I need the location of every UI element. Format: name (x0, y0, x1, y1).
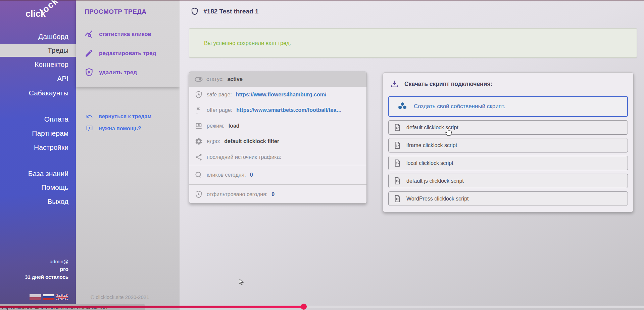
local-script-label: local clicklock script (406, 160, 453, 166)
delete-thread-button[interactable]: удалить тред (85, 68, 137, 77)
clicks-today-value: 0 (250, 172, 253, 178)
success-alert-text: Вы успешно сохранили ваш тред. (204, 40, 291, 46)
sidebar-item-threads[interactable]: Треды (0, 44, 76, 57)
delete-thread-label: удалить тред (99, 69, 137, 76)
thread-status-card: статус: active safe page: https://www.fl… (189, 72, 367, 204)
edit-thread-label: редактировать тред (99, 50, 156, 57)
back-to-threads-label: вернуться к тредам (99, 114, 151, 120)
pencil-icon (85, 49, 94, 58)
sidebar-item-settings[interactable]: Настройки (0, 141, 76, 154)
iframe-script-button[interactable]: iframe clicklock script (388, 138, 628, 152)
flag-russia-icon[interactable] (43, 294, 54, 300)
video-progress-bar-remaining[interactable] (304, 306, 644, 308)
download-card-header: Скачать скрипт подключения: (390, 80, 492, 88)
sidebar-item-partners[interactable]: Партнерам (0, 127, 76, 140)
local-script-button[interactable]: local clicklock script (388, 156, 628, 170)
sidebar-item-api[interactable]: API (0, 72, 76, 85)
download-card-title: Скачать скрипт подключения: (404, 81, 492, 88)
default-js-script-label: default js clicklock script (406, 178, 464, 184)
core-label: ядро: (207, 138, 220, 144)
video-progress-handle[interactable] (301, 304, 307, 310)
mode-value: load (229, 123, 240, 129)
code-file-icon (393, 124, 401, 131)
wordpress-script-label: WordPress clicklock script (406, 196, 469, 202)
clicks-today-label: кликов сегодня: (207, 172, 246, 178)
sidebar-item-knowledge-base[interactable]: База знаний (0, 167, 76, 180)
clicks-today-row: кликов сегодня: 0 (189, 165, 366, 184)
language-switcher (30, 294, 68, 300)
page-header: #182 Test thread 1 (191, 7, 258, 16)
status-value: active (227, 76, 242, 82)
offer-page-label: offer page: (207, 107, 232, 113)
offer-page-row: offer page: https://www.smartbets.com/fo… (189, 102, 366, 118)
download-icon (390, 80, 399, 88)
sidebar-item-payment[interactable]: Оплата (0, 113, 76, 126)
click-icon (195, 171, 203, 179)
last-traffic-source-row: последний источник трафика: (189, 149, 366, 165)
flag-poland-icon[interactable] (30, 294, 41, 300)
offer-page-link[interactable]: https://www.smartbets.com/football/tea… (236, 107, 342, 113)
sidebar-item-dashboard[interactable]: Дашборд (0, 30, 76, 43)
filtered-today-value: 0 (271, 191, 275, 197)
code-file-icon (393, 195, 401, 203)
undo-icon (86, 113, 93, 120)
default-js-script-button[interactable]: default js clicklock script (388, 174, 628, 188)
last-traffic-source-label: последний источник трафика: (207, 154, 281, 160)
safe-page-label: safe page: (207, 92, 232, 98)
top-edge-shade (0, 0, 644, 1)
default-script-button[interactable]: default clicklock script (388, 120, 628, 135)
thread-submenu-panel: ПРОСМОТР ТРЕДА статистика кликов редакти… (76, 0, 180, 310)
account-info: admin@ pro 31 дней осталось (25, 259, 68, 280)
download-script-card: Скачать скрипт подключения: Создать свой… (383, 72, 634, 212)
laptop-arrow-icon (195, 122, 203, 130)
filtered-today-label: отфильтровано сегодня: (207, 191, 267, 197)
shield-icon (191, 7, 199, 16)
core-row: ядро: default clicklock filter (189, 134, 366, 149)
account-days-left: 31 дней осталось (25, 274, 68, 280)
mode-label: режим: (207, 123, 225, 129)
sidebar-item-connector[interactable]: Коннектор (0, 58, 76, 71)
need-help-label: нужна помощь? (99, 126, 141, 132)
wordpress-script-button[interactable]: WordPress clicklock script (388, 191, 628, 206)
video-progress-bar-filled[interactable] (0, 306, 304, 308)
sidebar: clicklock Дашборд Треды Коннектор API Са… (0, 0, 76, 310)
status-label: статус: (206, 76, 224, 82)
safe-page-row: safe page: https://www.flowers4hamburg.c… (189, 87, 366, 102)
success-alert: Вы успешно сохранили ваш тред. (189, 28, 637, 58)
account-plan: pro (25, 266, 68, 272)
toggle-icon (195, 75, 203, 83)
badge-star-icon (195, 190, 203, 198)
app-screen: clicklock Дашборд Треды Коннектор API Са… (0, 0, 644, 310)
submenu-title: ПРОСМОТР ТРЕДА (85, 8, 146, 15)
shield-x-icon (85, 68, 94, 77)
code-file-icon (393, 159, 401, 167)
badge-star-icon (195, 91, 203, 99)
thread-title: #182 Test thread 1 (203, 8, 258, 15)
share-icon (195, 153, 203, 161)
click-stats-button[interactable]: статистика кликов (85, 30, 151, 39)
filtered-today-row: отфильтровано сегодня: 0 (189, 184, 366, 204)
core-value: default clicklock filter (224, 138, 279, 144)
flag-icon (195, 106, 203, 114)
sidebar-item-subaccounts[interactable]: Сабакаунты (0, 87, 76, 99)
clicklock-logo: clicklock (26, 9, 66, 19)
gear-icon (195, 137, 203, 145)
click-stats-label: статистика кликов (99, 31, 151, 38)
flag-uk-icon[interactable] (56, 294, 68, 300)
copyright-text: © clicklock.site 2020-2021 (91, 294, 149, 300)
need-help-link[interactable]: нужна помощь? (86, 125, 141, 132)
main-content: #182 Test thread 1 Вы успешно сохранили … (180, 0, 644, 310)
create-custom-script-label: Создать свой собственный скрипт. (414, 103, 505, 110)
code-file-icon (393, 141, 401, 149)
sidebar-item-help[interactable]: Помощь (0, 181, 76, 194)
safe-page-link[interactable]: https://www.flowers4hamburg.com/ (236, 92, 327, 98)
iframe-script-label: iframe clicklock script (406, 142, 457, 148)
cubes-icon (397, 101, 408, 112)
sidebar-item-logout[interactable]: Выход (0, 195, 76, 208)
back-to-threads-link[interactable]: вернуться к тредам (86, 113, 151, 120)
message-plus-icon (86, 125, 93, 132)
create-custom-script-button[interactable]: Создать свой собственный скрипт. (388, 96, 628, 117)
edit-thread-button[interactable]: редактировать тред (85, 49, 156, 58)
stats-icon (85, 30, 94, 39)
account-email: admin@ (25, 259, 68, 264)
